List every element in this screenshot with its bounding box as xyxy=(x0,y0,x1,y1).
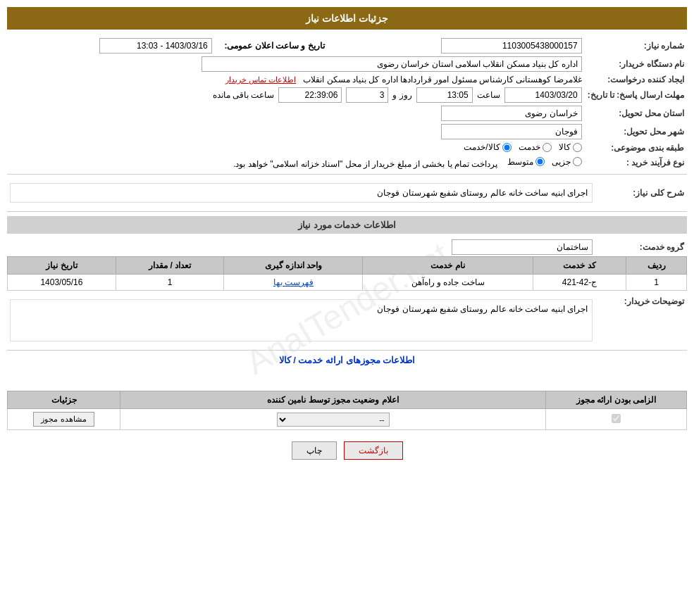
cell-unit[interactable]: فهرست بها xyxy=(224,275,363,291)
need-summary-table: شرح کلی نیاز: اجرای ابنیه ساخت خانه عالم… xyxy=(7,179,687,207)
need-number-input xyxy=(441,38,582,54)
category-radio-group: کالا خدمت کالا/خدمت xyxy=(464,142,581,152)
label-announce-date: تاریخ و ساعت اعلان عمومی: xyxy=(215,37,328,55)
service-group-table: گروه خدمت: xyxy=(7,238,687,256)
deadline-time-input xyxy=(416,87,473,103)
radio-kala-khedmat-input[interactable] xyxy=(502,143,512,152)
service-group-input xyxy=(452,239,593,255)
back-button[interactable]: بازگشت xyxy=(344,441,403,460)
col-date: تاریخ نیاز xyxy=(8,257,116,275)
buyer-desc-cell: اجرای ابنیه ساخت خانه عالم روستای شفیع ش… xyxy=(7,295,595,346)
view-permit-button[interactable]: مشاهده مجوز xyxy=(33,412,94,427)
radio-jozi-input[interactable] xyxy=(573,157,582,166)
col-name: نام خدمت xyxy=(363,257,533,275)
buyer-desc-text: اجرای ابنیه ساخت خانه عالم روستای شفیع ش… xyxy=(377,304,588,314)
perm-required-cell xyxy=(546,409,687,430)
radio-kala-khedmat-label: کالا/خدمت xyxy=(464,142,500,152)
radio-khedmat[interactable]: خدمت xyxy=(519,142,552,152)
city-input xyxy=(441,124,582,139)
col-code: کد خدمت xyxy=(533,257,626,275)
city-cell xyxy=(7,122,585,141)
remaining-label: ساعت باقی مانده xyxy=(213,90,275,100)
radio-kala[interactable]: کالا xyxy=(559,142,582,152)
perm-col-details: جزئیات xyxy=(8,391,120,409)
buyer-org-input xyxy=(202,56,582,72)
label-province: استان محل تحویل: xyxy=(585,104,687,122)
radio-motavasset[interactable]: متوسط xyxy=(507,157,545,167)
cell-code: ج-42-421 xyxy=(533,275,626,291)
spacer xyxy=(7,370,687,391)
table-row: 1 ج-42-421 ساخت جاده و راه‌آهن فهرست بها… xyxy=(8,275,687,291)
cell-row: 1 xyxy=(626,275,687,291)
col-qty: تعداد / مقدار xyxy=(116,257,224,275)
deadline-remaining-input xyxy=(278,87,342,103)
creator-cell: غلامرضا کوهستانی کارشناس مسئول امور قرار… xyxy=(7,73,585,86)
label-buyer-org: نام دستگاه خریدار: xyxy=(585,55,687,73)
label-city: شهر محل تحویل: xyxy=(585,122,687,141)
radio-motavasset-label: متوسط xyxy=(507,157,533,167)
separator-2 xyxy=(7,211,687,212)
deadline-cell: ساعت روز و ساعت باقی مانده xyxy=(7,86,585,104)
services-table: ردیف کد خدمت نام خدمت واحد اندازه گیری ت… xyxy=(7,256,687,291)
buyer-desc-table: توضیحات خریدار: اجرای ابنیه ساخت خانه عا… xyxy=(7,295,687,346)
label-deadline: مهلت ارسال پاسخ: تا تاریخ: xyxy=(585,86,687,104)
perm-col-required: الزامی بودن ارائه مجوز xyxy=(546,391,687,409)
announce-date-input xyxy=(99,38,212,54)
services-title: اطلاعات خدمات مورد نیاز xyxy=(7,216,687,234)
contact-link[interactable]: اطلاعات تماس خریدار xyxy=(225,75,296,84)
radio-kala-label: کالا xyxy=(559,142,571,152)
need-summary-cell: اجرای ابنیه ساخت خانه عالم روستای شفیع ش… xyxy=(7,179,595,207)
days-label: روز و xyxy=(392,90,411,100)
label-category: طبقه بندی موضوعی: xyxy=(585,141,687,156)
radio-khedmat-label: خدمت xyxy=(519,142,540,152)
purchase-type-radio-group: جزیی متوسط xyxy=(507,157,582,167)
buyer-desc-label: توضیحات خریدار: xyxy=(595,295,687,346)
need-number-cell xyxy=(328,37,585,55)
deadline-date-input xyxy=(504,87,582,103)
radio-kala-khedmat[interactable]: کالا/خدمت xyxy=(464,142,511,152)
page-wrapper: AnaITender.net جزئیات اطلاعات نیاز شماره… xyxy=(0,0,694,616)
unit-link[interactable]: فهرست بها xyxy=(273,277,314,287)
need-summary-label: شرح کلی نیاز: xyxy=(595,179,687,207)
bottom-buttons: بازگشت چاپ xyxy=(7,441,687,460)
service-group-cell xyxy=(7,238,595,256)
purchase-type-cell: جزیی متوسط پرداخت تمام یا بخشی از مبلغ خ… xyxy=(7,156,585,170)
need-summary-box: اجرای ابنیه ساخت خانه عالم روستای شفیع ش… xyxy=(10,183,593,203)
buyer-org-cell xyxy=(7,55,585,73)
cell-name: ساخت جاده و راه‌آهن xyxy=(363,275,533,291)
label-purchase-type: نوع فرآیند خرید : xyxy=(585,156,687,170)
radio-jozi[interactable]: جزیی xyxy=(552,157,582,167)
perm-status-cell[interactable]: -- دارم ندارم xyxy=(120,409,546,430)
purchase-note: پرداخت تمام یا بخشی از مبلغ خریدار از مح… xyxy=(233,158,497,168)
print-button[interactable]: چاپ xyxy=(292,441,337,460)
label-creator: ایجاد کننده درخواست: xyxy=(585,73,687,86)
category-cell: کالا خدمت کالا/خدمت xyxy=(7,141,585,156)
need-summary-text: اجرای ابنیه ساخت خانه عالم روستای شفیع ش… xyxy=(377,188,588,198)
col-row: ردیف xyxy=(626,257,687,275)
permissions-table: الزامی بودن ارائه مجوز اعلام وضعیت مجوز … xyxy=(7,391,687,430)
creator-text: غلامرضا کوهستانی کارشناس مسئول امور قرار… xyxy=(303,75,581,84)
perm-required-checkbox xyxy=(612,414,621,423)
col-unit: واحد اندازه گیری xyxy=(224,257,363,275)
perm-details-cell[interactable]: مشاهده مجوز xyxy=(8,409,120,430)
radio-motavasset-input[interactable] xyxy=(535,157,545,166)
province-input xyxy=(441,106,582,121)
main-info-table: شماره نیاز: تاریخ و ساعت اعلان عمومی: نا… xyxy=(7,37,687,170)
time-label: ساعت xyxy=(477,90,500,100)
services-tbody: 1 ج-42-421 ساخت جاده و راه‌آهن فهرست بها… xyxy=(8,275,687,291)
radio-jozi-label: جزیی xyxy=(552,157,571,167)
perm-status-select[interactable]: -- دارم ندارم xyxy=(277,413,390,427)
page-title: جزئیات اطلاعات نیاز xyxy=(7,7,687,30)
service-group-label: گروه خدمت: xyxy=(595,238,687,256)
announce-date-cell xyxy=(7,37,215,55)
separator-3 xyxy=(7,350,687,351)
buyer-desc-box: اجرای ابنیه ساخت خانه عالم روستای شفیع ش… xyxy=(10,299,593,341)
radio-khedmat-input[interactable] xyxy=(543,143,552,152)
permissions-title: اطلاعات مجوزهای ارائه خدمت / کالا xyxy=(7,355,687,365)
cell-qty: 1 xyxy=(116,275,224,291)
label-need-number: شماره نیاز: xyxy=(585,37,687,55)
content-area: جزئیات اطلاعات نیاز شماره نیاز: تاریخ و … xyxy=(7,7,687,460)
cell-date: 1403/05/16 xyxy=(8,275,116,291)
province-cell xyxy=(7,104,585,122)
radio-kala-input[interactable] xyxy=(573,143,582,152)
